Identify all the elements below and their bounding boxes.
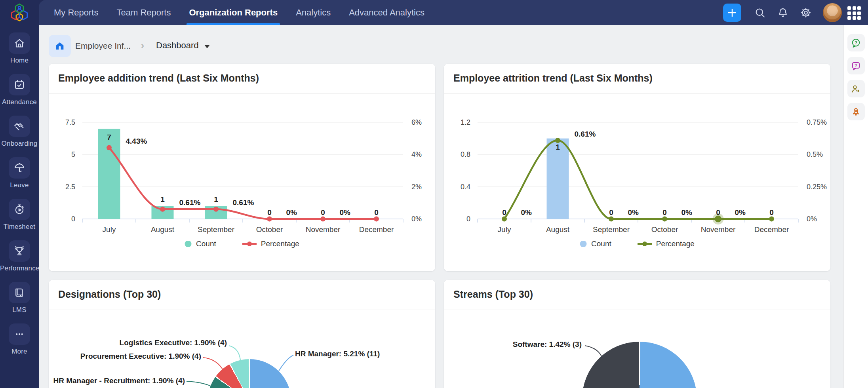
legend-item-percentage[interactable]: Percentage	[242, 240, 299, 248]
sidebar-tile	[9, 323, 30, 345]
tab-analytics[interactable]: Analytics	[296, 0, 331, 25]
svg-text:0%: 0%	[735, 208, 746, 217]
sidebar-item-lms[interactable]: LMS	[0, 282, 39, 314]
sidebar-item-timesheet[interactable]: Timesheet	[0, 199, 39, 231]
svg-text:August: August	[151, 225, 175, 234]
legend-percentage-marker	[242, 241, 257, 247]
app-sidebar: HomeAttendanceOnboardingLeaveTimesheetPe…	[0, 0, 39, 388]
svg-text:0: 0	[502, 208, 506, 217]
tab-team-reports[interactable]: Team Reports	[116, 0, 171, 25]
apps-grid-icon[interactable]	[847, 6, 861, 20]
home-icon	[54, 40, 65, 51]
rail-whats-new-rocket-icon-button[interactable]	[847, 103, 865, 120]
primary-tabs: My ReportsTeam ReportsOrganization Repor…	[54, 0, 424, 25]
rail-share-user-icon-button[interactable]	[847, 80, 865, 97]
attrition-chart-legend: CountPercentage	[444, 240, 830, 248]
plus-icon	[726, 7, 738, 19]
legend-label: Percentage	[261, 240, 299, 248]
svg-text:6%: 6%	[411, 118, 422, 126]
streams-pie-chart[interactable]: Software: 1.42% (3)	[444, 310, 830, 388]
svg-text:December: December	[754, 225, 789, 234]
svg-text:0: 0	[716, 208, 720, 217]
breadcrumb-page-dashboard[interactable]: Dashboard	[156, 40, 199, 51]
svg-text:7.5: 7.5	[65, 118, 75, 126]
leave-umbrella-icon	[13, 162, 25, 174]
legend-item-count[interactable]: Count	[580, 240, 611, 248]
share-user-icon	[851, 84, 861, 94]
timesheet-stopwatch-icon	[13, 204, 25, 215]
notifications-button[interactable]	[774, 4, 792, 22]
rail-help-icon-button[interactable]: ?	[847, 34, 865, 51]
sidebar-item-onboarding[interactable]: Onboarding	[0, 116, 39, 148]
svg-text:1: 1	[160, 195, 165, 204]
avatar[interactable]	[823, 3, 842, 22]
sidebar-item-leave[interactable]: Leave	[0, 157, 39, 189]
gear-icon	[800, 7, 812, 19]
streams-slice-label: Software: 1.42% (3)	[513, 340, 582, 349]
designations-pie-chart[interactable]: HR Manager: 5.21% (11)Logistics Executiv…	[49, 310, 435, 388]
tab-advanced-analytics[interactable]: Advanced Analytics	[349, 0, 424, 25]
search-button[interactable]	[751, 4, 769, 22]
legend-count-marker	[185, 241, 192, 247]
employee-attrition-trend-title: Employee attrition trend (Last Six Month…	[453, 72, 653, 84]
svg-text:0%: 0%	[340, 208, 351, 217]
designations-slice-label: HR Manager: 5.21% (11)	[295, 350, 380, 358]
svg-text:0.5%: 0.5%	[807, 150, 823, 158]
designations-slice-label: Logistics Executive: 1.90% (4)	[120, 339, 227, 347]
svg-text:1: 1	[214, 195, 218, 204]
svg-text:0%: 0%	[411, 215, 422, 223]
svg-text:0: 0	[609, 208, 613, 217]
settings-button[interactable]	[797, 4, 815, 22]
streams-title: Streams (Top 30)	[453, 289, 533, 300]
svg-text:0.61%: 0.61%	[179, 198, 201, 207]
sidebar-item-more[interactable]: More	[0, 323, 39, 356]
svg-text:?: ?	[855, 40, 857, 45]
zoho-people-logo-icon[interactable]	[8, 2, 31, 25]
sidebar-tile	[9, 157, 30, 179]
designations-title: Designations (Top 30)	[58, 289, 161, 300]
sidebar-item-attendance[interactable]: Attendance	[0, 74, 39, 106]
more-dots-icon	[13, 328, 25, 340]
svg-text:0%: 0%	[286, 208, 297, 217]
svg-text:December: December	[359, 225, 394, 234]
rail-feedback-icon-button[interactable]: ?	[847, 57, 865, 74]
streams-pie-card: Streams (Top 30) Software: 1.42% (3)	[444, 280, 830, 388]
svg-text:0: 0	[267, 208, 272, 217]
svg-text:4.43%: 4.43%	[126, 137, 147, 145]
search-icon	[754, 7, 766, 19]
svg-text:0%: 0%	[521, 208, 532, 217]
svg-text:0.61%: 0.61%	[575, 130, 596, 138]
svg-text:0: 0	[769, 208, 774, 217]
designations-slice-label: Procurement Executive: 1.90% (4)	[80, 352, 201, 361]
streams-pie[interactable]	[582, 342, 697, 388]
legend-item-percentage[interactable]: Percentage	[638, 240, 695, 248]
sidebar-item-label: More	[0, 348, 39, 356]
svg-text:October: October	[651, 225, 678, 234]
sidebar-item-performance[interactable]: Performance	[0, 240, 39, 272]
legend-item-count[interactable]: Count	[185, 240, 216, 248]
breadcrumb-home-button[interactable]	[49, 35, 71, 57]
designations-pie[interactable]	[208, 359, 291, 388]
top-navigation-bar: My ReportsTeam ReportsOrganization Repor…	[39, 0, 868, 25]
employee-attrition-trend-card: Employee attrition trend (Last Six Month…	[444, 64, 830, 271]
breadcrumb-module[interactable]: Employee Inf...	[75, 41, 131, 51]
legend-label: Percentage	[656, 240, 695, 248]
tab-organization-reports[interactable]: Organization Reports	[189, 0, 278, 25]
sidebar-item-home[interactable]: Home	[0, 32, 39, 65]
sidebar-item-label: Home	[0, 57, 39, 65]
svg-text:0.4: 0.4	[461, 183, 470, 191]
svg-text:September: September	[593, 225, 630, 234]
svg-text:1.2: 1.2	[461, 118, 470, 126]
svg-text:0: 0	[321, 208, 325, 217]
home-icon	[13, 37, 25, 49]
employee-addition-trend-card: Employee addition trend (Last Six Months…	[49, 64, 435, 271]
svg-text:0.8: 0.8	[461, 150, 470, 158]
add-button[interactable]	[723, 4, 741, 22]
svg-text:0%: 0%	[807, 215, 817, 223]
tab-my-reports[interactable]: My Reports	[54, 0, 98, 25]
svg-text:August: August	[546, 225, 570, 234]
svg-text:2%: 2%	[411, 183, 422, 191]
chevron-down-icon[interactable]	[204, 45, 210, 48]
svg-text:0.75%: 0.75%	[807, 118, 827, 126]
designations-slice-label: HR Manager - Recruitment: 1.90% (4)	[53, 377, 185, 385]
